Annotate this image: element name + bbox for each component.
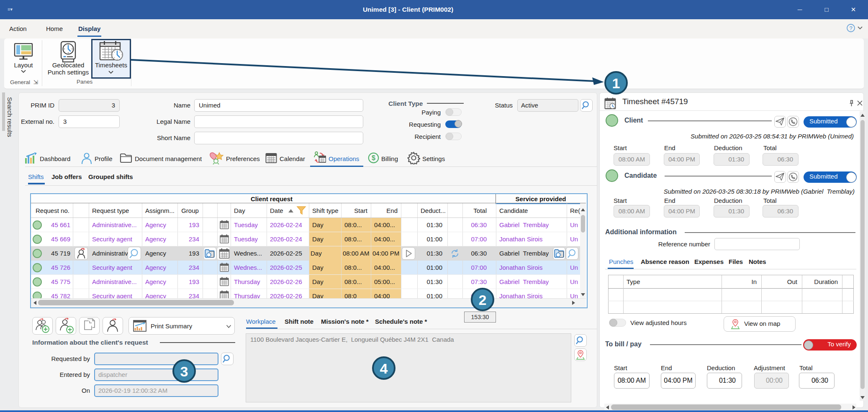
svg-text:?: ? xyxy=(849,25,852,31)
svg-text:$: $ xyxy=(372,154,375,161)
